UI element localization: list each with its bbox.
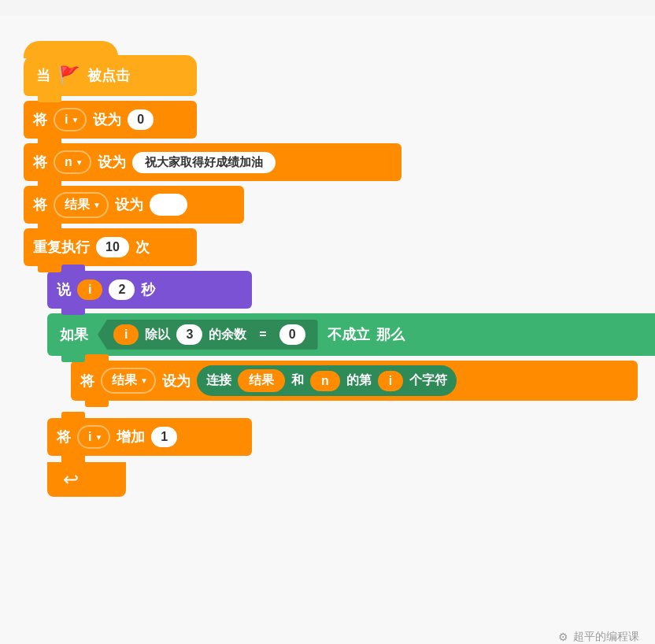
- hat-label-clicked: 被点击: [87, 66, 130, 85]
- set-n-action: 设为: [98, 153, 126, 172]
- set-n-prefix: 将: [33, 153, 47, 172]
- set-r2-action: 设为: [162, 372, 191, 390]
- concat-and: 和: [291, 372, 304, 389]
- var-n-dropdown[interactable]: n ▼: [54, 150, 91, 174]
- if-condition: i 除以 3 的余数 = 0: [98, 320, 318, 350]
- loop-end-arrow: ↩: [63, 468, 79, 490]
- increment-block: 将 i ▼ 增加 1: [47, 418, 252, 456]
- var-i2-dropdown[interactable]: i ▼: [77, 425, 110, 449]
- set-i-block: 将 i ▼ 设为 0: [24, 101, 197, 139]
- concat-of: 的第: [346, 372, 372, 389]
- repeat-count: 10: [96, 237, 129, 257]
- if-prefix: 如果: [60, 325, 88, 344]
- if-not-stand: 不成立: [328, 325, 370, 344]
- incr-prefix: 将: [57, 427, 71, 446]
- if-block: 如果 i 除以 3 的余数 = 0 不成立 那么: [47, 313, 655, 356]
- var-i-dropdown[interactable]: i ▼: [54, 108, 87, 131]
- set-result-prefix: 将: [33, 195, 47, 214]
- set-i-action: 设为: [93, 110, 121, 129]
- hat-label-when: 当: [36, 66, 50, 85]
- watermark-text: 超平的编程课: [573, 630, 639, 644]
- set-n-block: 将 n ▼ 设为 祝大家取得好成绩加油: [24, 143, 402, 181]
- set-result2-block: 将 结果 ▼ 设为 连接 结果 和 n 的第 i 个字符: [71, 361, 638, 401]
- say-var: i: [77, 279, 102, 300]
- set-r2-prefix: 将: [80, 372, 94, 390]
- say-suffix: 秒: [141, 280, 155, 299]
- set-result-action: 设为: [115, 195, 143, 214]
- set-i-value: 0: [128, 109, 154, 130]
- var-result-dropdown[interactable]: 结果 ▼: [54, 192, 109, 218]
- concat-char: 个字符: [409, 372, 447, 389]
- if-var-i: i: [113, 324, 139, 345]
- concat-index: i: [378, 371, 403, 391]
- scratch-workspace: 当 🚩 被点击 将 i ▼ 设为 0 将 n ▼ 设为 祝大家取得好成绩加油 将…: [0, 16, 655, 644]
- repeat-suffix: 次: [135, 238, 150, 257]
- set-result-block: 将 结果 ▼ 设为: [24, 186, 244, 224]
- hat-top: [24, 41, 118, 58]
- hat-block: 当 🚩 被点击: [24, 55, 197, 96]
- set-result-value: [150, 194, 187, 216]
- concat-result: 结果: [238, 369, 285, 392]
- repeat-label: 重复执行: [33, 238, 90, 257]
- say-duration: 2: [109, 279, 135, 300]
- flag-icon: 🚩: [58, 65, 80, 86]
- concat-block: 连接 结果 和 n 的第 i 个字符: [197, 365, 457, 396]
- if-suffix: 那么: [376, 325, 405, 344]
- incr-action: 增加: [117, 427, 145, 446]
- set-i-prefix: 将: [33, 110, 47, 129]
- watermark: ⚙ 超平的编程课: [558, 630, 639, 644]
- set-n-value: 祝大家取得好成绩加油: [132, 152, 276, 173]
- var-result2-dropdown[interactable]: 结果 ▼: [101, 368, 156, 394]
- incr-value: 1: [151, 427, 177, 447]
- connect-label: 连接: [206, 372, 231, 389]
- if-divisor: 3: [176, 324, 202, 345]
- if-value: 0: [279, 324, 305, 345]
- concat-n: n: [310, 371, 340, 391]
- say-prefix: 说: [57, 280, 71, 299]
- if-op: 除以: [145, 327, 170, 343]
- if-of: 的余数: [209, 327, 246, 343]
- watermark-icon: ⚙: [558, 631, 568, 643]
- loop-end-block: ↩: [47, 462, 126, 497]
- if-equals: =: [253, 326, 272, 343]
- say-block: 说 i 2 秒: [47, 271, 252, 309]
- repeat-block: 重复执行 10 次: [24, 228, 197, 266]
